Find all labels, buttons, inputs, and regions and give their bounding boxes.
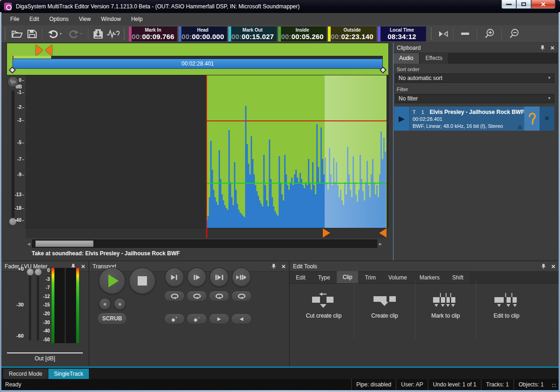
edit-tab-volume[interactable]: Volume (382, 272, 413, 283)
play-between-marks-icon (215, 274, 224, 280)
take-editor-button[interactable] (106, 27, 120, 41)
edit-tab-shift[interactable]: Shift (446, 272, 469, 283)
edit-tab-clip[interactable]: Clip (337, 271, 359, 283)
play-from-head-button[interactable] (187, 267, 207, 287)
save-button[interactable] (25, 27, 40, 41)
overview-take-bar[interactable]: 00:02:28.401 (13, 59, 383, 69)
waveform-selection[interactable] (325, 75, 387, 228)
fader-left-knob[interactable] (27, 268, 34, 276)
play-to-head-button[interactable] (165, 267, 184, 287)
menu-item-view[interactable]: View (73, 13, 96, 25)
edit-tab-trim[interactable]: Trim (359, 272, 382, 283)
pin-icon[interactable] (271, 263, 277, 269)
restore-button[interactable] (516, 0, 531, 9)
entry-play-button[interactable]: ▶ (394, 106, 410, 131)
close-panel-icon[interactable]: × (281, 261, 286, 271)
edit-tab-edit[interactable]: Edit (290, 272, 312, 283)
tab-singletrack[interactable]: SingleTrack (48, 369, 89, 379)
entry-prelisten-button[interactable] (524, 106, 540, 131)
time-display-value: 00:00:05.260 (281, 33, 324, 40)
menu-item-help[interactable]: Help (126, 13, 148, 25)
play-button[interactable] (99, 267, 126, 294)
toolbar-grip[interactable] (5, 28, 7, 40)
tab-effects[interactable]: Effects (420, 53, 448, 64)
import-take-button[interactable] (91, 27, 106, 41)
play-over-cut-button[interactable] (232, 267, 251, 287)
overview-timeline[interactable]: 00:02:28.401 (7, 43, 389, 75)
mark-level-line-red[interactable] (206, 120, 387, 121)
play-between-marks-button[interactable] (209, 267, 229, 287)
toolbar-grip[interactable] (124, 28, 127, 40)
close-panel-icon[interactable]: × (551, 261, 555, 271)
skip-back-button[interactable]: « (99, 298, 111, 310)
edit-to-clip-button[interactable]: Edit to clip (479, 290, 534, 319)
waveform-take-region[interactable] (206, 75, 387, 228)
sort-order-dropdown[interactable]: No automatic sort ▼ (395, 73, 554, 83)
collapse-button[interactable] (456, 27, 474, 41)
scroll-left-icon[interactable]: ◄ (26, 241, 32, 246)
minimize-icon (506, 4, 512, 5)
mark-to-clip-button[interactable]: Mark to clip (418, 290, 473, 319)
redo-dropdown-caret[interactable]: ▾ (80, 32, 82, 36)
zoom-out-button[interactable] (504, 27, 524, 41)
marker-strip[interactable] (7, 228, 389, 238)
loop-out-button[interactable] (209, 291, 229, 301)
titlebar[interactable]: DigaSystem MultiTrack Editor Version 7.1… (0, 0, 560, 13)
overview-mark-in-icon[interactable] (36, 45, 43, 56)
menu-item-options[interactable]: Options (44, 13, 73, 25)
menu-item-edit[interactable]: Edit (24, 13, 44, 25)
undo-dropdown-caret[interactable]: ▾ (60, 32, 61, 36)
minimize-button[interactable] (501, 0, 516, 9)
entry-remove-button[interactable]: × (540, 106, 554, 131)
close-button[interactable]: ✕ (531, 0, 555, 9)
loop-selection-button[interactable] (231, 291, 252, 301)
remove-marker-button[interactable]: ◆− (187, 313, 207, 324)
level-line-green[interactable] (206, 183, 387, 184)
scrollbar-thumb[interactable] (35, 240, 93, 247)
tool-label: Cut create clip (306, 312, 342, 319)
zoom-in-button[interactable] (480, 27, 499, 41)
next-marker-button[interactable]: ▶ (209, 313, 229, 324)
meet-markers-button[interactable] (436, 27, 451, 41)
menu-item-file[interactable]: File (5, 13, 24, 25)
time-display-label: Inside (296, 27, 309, 33)
add-marker-button[interactable]: ◆+ (164, 313, 185, 324)
collapse-chevrons-icon[interactable] (517, 125, 523, 130)
tab-audio[interactable]: Audio (393, 53, 419, 64)
zoom-slider-track[interactable] (12, 90, 14, 220)
cut-create-clip-button[interactable]: Cut create clip (296, 290, 351, 319)
overview-mark-out-icon[interactable] (45, 45, 52, 56)
tab-record-mode[interactable]: Record Mode (3, 369, 48, 379)
pin-icon[interactable] (540, 263, 547, 269)
scrub-button[interactable]: SCRUB (97, 312, 127, 325)
selection-end-marker-icon[interactable] (379, 228, 387, 238)
resize-grip[interactable] (552, 383, 556, 388)
open-button[interactable] (10, 27, 25, 41)
waveform-editor[interactable]: 0-1-2-3-5-7-9-13-18-40 dB (7, 75, 389, 228)
pin-icon[interactable] (540, 45, 546, 51)
close-panel-icon[interactable]: × (81, 261, 85, 271)
scroll-right-icon[interactable]: ► (377, 241, 384, 246)
close-panel-icon[interactable]: × (550, 43, 554, 53)
redo-button[interactable]: ▾ (65, 27, 86, 41)
prev-marker-button[interactable]: ◀ (231, 313, 252, 324)
selection-start-marker-icon[interactable] (323, 228, 330, 238)
scrollbar-track[interactable] (32, 239, 377, 248)
fader-left-track[interactable] (29, 272, 31, 340)
horizontal-scrollbar[interactable]: ◄ ► (26, 239, 384, 248)
filter-dropdown[interactable]: No filter ▼ (395, 94, 554, 103)
menu-item-window[interactable]: Window (96, 13, 126, 25)
playhead-line[interactable] (206, 75, 207, 238)
entry-info[interactable]: T 1 Elvis Presley - Jailhouse Rock BWF 0… (410, 106, 524, 131)
skip-forward-button[interactable]: » (113, 298, 126, 310)
clipboard-entry[interactable]: ▶ T 1 Elvis Presley - Jailhouse Rock BWF… (394, 106, 554, 131)
toolbar-grip[interactable] (431, 28, 433, 40)
loop-head-button[interactable] (187, 291, 207, 301)
time-display-accent (179, 27, 181, 41)
edit-tab-type[interactable]: Type (312, 272, 336, 283)
undo-button[interactable]: ▾ (45, 27, 65, 41)
loop-in-button[interactable] (164, 291, 185, 301)
stop-button[interactable] (129, 267, 156, 294)
edit-tab-markers[interactable]: Markers (413, 272, 446, 283)
create-clip-button[interactable]: Create clip (357, 290, 412, 319)
